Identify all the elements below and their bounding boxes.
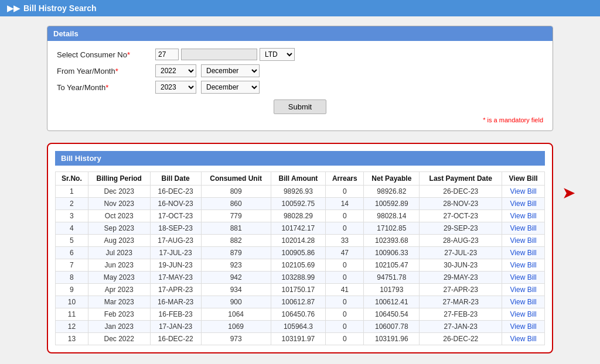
cell-period: Jun 2023	[88, 259, 150, 272]
col-bill-amount: Bill Amount	[271, 172, 326, 186]
view-bill-link[interactable]: View Bill	[510, 187, 537, 195]
to-year-select[interactable]: 2022 2021 2023 2024	[155, 81, 196, 94]
cell-srno: 6	[56, 247, 88, 259]
table-row: 11 Feb 2023 16-FEB-23 1064 106450.76 0 1…	[56, 308, 545, 321]
cell-arrears: 0	[326, 296, 364, 308]
cell-consumed: 1064	[201, 308, 271, 321]
submit-button[interactable]: Submit	[274, 99, 326, 114]
cell-last-payment: 27-JAN-23	[420, 321, 502, 333]
cell-view-bill[interactable]: View Bill	[502, 333, 545, 345]
cell-period: May 2023	[88, 272, 150, 284]
cell-amount: 100592.75	[271, 198, 326, 210]
cell-period: Jul 2023	[88, 247, 150, 259]
col-srno: Sr.No.	[56, 172, 88, 186]
cell-view-bill[interactable]: View Bill	[502, 222, 545, 235]
table-row: 4 Sep 2023 18-SEP-23 881 101742.17 0 171…	[56, 222, 545, 235]
cell-net-payable: 102105.47	[364, 259, 420, 272]
cell-consumed: 882	[201, 235, 271, 247]
view-bill-link[interactable]: View Bill	[510, 212, 537, 220]
header-icon: ▶▶	[7, 4, 20, 13]
submit-row: Submit	[57, 99, 543, 114]
cell-net-payable: 100592.89	[364, 198, 420, 210]
consumer-row: Select Consumer No* LTD HT LT	[57, 48, 543, 61]
details-form-body: Select Consumer No* LTD HT LT From Year/…	[47, 41, 553, 131]
cell-consumed: 923	[201, 259, 271, 272]
cell-net-payable: 98926.82	[364, 186, 420, 198]
cell-view-bill[interactable]: View Bill	[502, 210, 545, 222]
cell-view-bill[interactable]: View Bill	[502, 284, 545, 296]
cell-last-payment: 26-DEC-23	[420, 186, 502, 198]
from-month-select[interactable]: JanuaryFebruaryMarch AprilMayJune JulyAu…	[201, 64, 260, 77]
view-bill-link[interactable]: View Bill	[510, 335, 537, 343]
consumer-number-field[interactable]	[155, 49, 179, 60]
cell-last-payment: 30-JUN-23	[420, 259, 502, 272]
table-row: 7 Jun 2023 19-JUN-23 923 102105.69 0 102…	[56, 259, 545, 272]
cell-bill-date: 17-AUG-23	[150, 235, 201, 247]
col-arrears: Arrears	[326, 172, 364, 186]
cell-bill-date: 18-SEP-23	[150, 222, 201, 235]
view-bill-link[interactable]: View Bill	[510, 236, 537, 245]
cell-net-payable: 103191.96	[364, 333, 420, 345]
cell-amount: 100905.86	[271, 247, 326, 259]
consumer-label: Select Consumer No*	[57, 50, 151, 59]
cell-view-bill[interactable]: View Bill	[502, 321, 545, 333]
cell-period: Dec 2022	[88, 333, 150, 345]
cell-view-bill[interactable]: View Bill	[502, 259, 545, 272]
cell-view-bill[interactable]: View Bill	[502, 198, 545, 210]
view-bill-link[interactable]: View Bill	[510, 200, 537, 208]
from-year-select[interactable]: 2022 2021 2023 2024	[155, 64, 196, 77]
view-bill-link[interactable]: View Bill	[510, 249, 537, 257]
view-bill-link[interactable]: View Bill	[510, 273, 537, 281]
view-bill-link[interactable]: View Bill	[510, 298, 537, 306]
cell-srno: 8	[56, 272, 88, 284]
view-bill-link[interactable]: View Bill	[510, 224, 537, 232]
cell-srno: 4	[56, 222, 88, 235]
cell-bill-date: 19-JUN-23	[150, 259, 201, 272]
cell-srno: 11	[56, 308, 88, 321]
cell-view-bill[interactable]: View Bill	[502, 186, 545, 198]
cell-period: Feb 2023	[88, 308, 150, 321]
to-label: To Year/Month*	[57, 83, 151, 92]
from-label: From Year/Month*	[57, 67, 151, 75]
cell-amount: 100612.87	[271, 296, 326, 308]
cell-view-bill[interactable]: View Bill	[502, 296, 545, 308]
view-bill-link[interactable]: View Bill	[510, 310, 537, 318]
cell-srno: 5	[56, 235, 88, 247]
view-bill-link[interactable]: View Bill	[510, 261, 537, 269]
table-row: 12 Jan 2023 17-JAN-23 1069 105964.3 0 10…	[56, 321, 545, 333]
cell-srno: 1	[56, 186, 88, 198]
cell-bill-date: 16-FEB-23	[150, 308, 201, 321]
table-row: 10 Mar 2023 16-MAR-23 900 100612.87 0 10…	[56, 296, 545, 308]
cell-view-bill[interactable]: View Bill	[502, 308, 545, 321]
cell-view-bill[interactable]: View Bill	[502, 235, 545, 247]
cell-consumed: 779	[201, 210, 271, 222]
cell-period: Dec 2023	[88, 186, 150, 198]
cell-bill-date: 17-MAY-23	[150, 272, 201, 284]
cell-net-payable: 100906.33	[364, 247, 420, 259]
cell-bill-date: 17-APR-23	[150, 284, 201, 296]
cell-last-payment: 28-AUG-23	[420, 235, 502, 247]
cell-consumed: 1069	[201, 321, 271, 333]
consumer-type-select[interactable]: LTD HT LT	[260, 48, 295, 61]
cell-net-payable: 101793	[364, 284, 420, 296]
table-row: 8 May 2023 17-MAY-23 942 103288.99 0 947…	[56, 272, 545, 284]
cell-amount: 103288.99	[271, 272, 326, 284]
consumer-name-field[interactable]	[181, 49, 257, 60]
to-month-select[interactable]: JanuaryFebruaryMarch AprilMayJune JulyAu…	[201, 81, 260, 94]
cell-arrears: 0	[326, 259, 364, 272]
table-row: 2 Nov 2023 16-NOV-23 860 100592.75 14 10…	[56, 198, 545, 210]
view-bill-link[interactable]: View Bill	[510, 322, 537, 331]
cell-view-bill[interactable]: View Bill	[502, 247, 545, 259]
page-title: Bill Histroy Search	[23, 4, 97, 13]
cell-period: Mar 2023	[88, 296, 150, 308]
cell-last-payment: 29-MAY-23	[420, 272, 502, 284]
cell-srno: 9	[56, 284, 88, 296]
cell-srno: 12	[56, 321, 88, 333]
cell-period: Sep 2023	[88, 222, 150, 235]
cell-view-bill[interactable]: View Bill	[502, 272, 545, 284]
cell-consumed: 809	[201, 186, 271, 198]
to-year-month-row: To Year/Month* 2022 2021 2023 2024 Janua…	[57, 81, 543, 94]
cell-last-payment: 27-MAR-23	[420, 296, 502, 308]
view-bill-link[interactable]: View Bill	[510, 286, 537, 294]
cell-net-payable: 94751.78	[364, 272, 420, 284]
